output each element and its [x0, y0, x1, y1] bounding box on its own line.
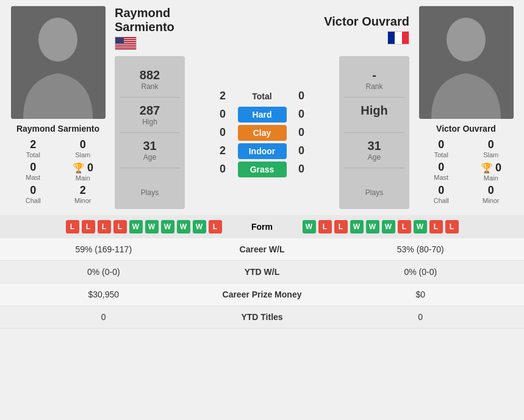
right-slam-cell: 0 Slam: [468, 138, 514, 158]
total-badge: Total: [238, 88, 287, 104]
right-form-badge-1: L: [318, 220, 332, 233]
right-player-avatar: [419, 6, 514, 119]
right-center-name: Victor Ouvrard: [324, 15, 409, 29]
left-chall-value: 0: [11, 184, 56, 197]
left-form-badges: LLLLWWWWWL: [7, 220, 222, 233]
left-rank-lbl: Rank: [120, 82, 180, 91]
right-mast-label: Mast: [419, 174, 464, 181]
ytd-wl-right: 0% (0-0): [329, 267, 512, 277]
right-plays-entry: Plays: [344, 168, 404, 203]
top-area: Raymond Sarmiento 2 Total 0 Slam 0 Mast …: [0, 0, 524, 215]
left-chall-cell: 0 Chall: [11, 184, 56, 204]
right-mast-cell: 0 Mast: [419, 161, 464, 182]
left-main-value: 0: [87, 162, 93, 174]
right-rank-lbl: Rank: [344, 82, 404, 91]
right-total-value: 0: [419, 138, 464, 151]
indoor-right-score: 0: [294, 144, 309, 157]
left-slam-value: 0: [60, 138, 106, 151]
hard-badge: Hard: [238, 107, 287, 123]
left-form-badge-1: L: [82, 220, 95, 233]
form-section: LLLLWWWWWL Form WLLWWWLWLL: [0, 215, 524, 238]
prize-left: $30,950: [12, 290, 195, 299]
left-age-lbl: Age: [120, 153, 180, 162]
right-slam-label: Slam: [468, 151, 514, 158]
ytd-wl-row: 0% (0-0) YTD W/L 0% (0-0): [0, 261, 524, 283]
ytd-wl-left: 0% (0-0): [12, 267, 195, 277]
left-high-val: 287: [120, 104, 180, 118]
left-plays-entry: Plays: [120, 168, 180, 203]
right-slam-value: 0: [468, 138, 514, 151]
left-minor-label: Minor: [60, 197, 106, 204]
left-form-badge-5: W: [145, 220, 159, 233]
surfaces-col: 2 Total 0 0 Hard 0 0 Clay 0: [188, 56, 336, 209]
left-player-avatar: [11, 6, 106, 119]
ytd-titles-left: 0: [12, 312, 195, 322]
right-total-label: Total: [419, 151, 464, 158]
left-high-entry: 287 High: [120, 98, 180, 133]
right-trophy-icon: 🏆: [481, 162, 493, 174]
prize-label: Career Prize Money: [195, 290, 329, 299]
left-form-badge-0: L: [66, 220, 79, 233]
ytd-titles-right: 0: [329, 312, 512, 322]
ytd-titles-label: YTD Titles: [195, 312, 329, 322]
left-form-badge-2: L: [98, 220, 111, 233]
indoor-badge: Indoor: [238, 143, 287, 159]
left-form-badge-7: W: [177, 220, 190, 233]
right-form-badge-0: W: [303, 220, 316, 233]
prize-right: $0: [329, 290, 512, 299]
left-total-cell: 2 Total: [11, 138, 56, 158]
right-age-val: 31: [344, 139, 404, 153]
left-stat-col: 882 Rank 287 High 31 Age Plays: [115, 56, 185, 209]
right-form-badge-7: W: [414, 220, 427, 233]
right-player-stats: 0 Total 0 Slam 0 Mast 🏆 0 Main 0: [419, 138, 514, 204]
right-chall-cell: 0 Chall: [419, 184, 464, 204]
right-form-badges: WLLWWWLWLL: [303, 220, 517, 233]
left-slam-label: Slam: [60, 151, 106, 158]
left-main-label: Main: [60, 174, 106, 182]
right-form-badge-5: W: [382, 220, 395, 233]
left-rank-entry: 882 Rank: [120, 62, 180, 98]
right-minor-cell: 0 Minor: [468, 184, 514, 204]
france-flag-icon: [387, 31, 409, 44]
career-wl-right: 53% (80-70): [329, 244, 512, 254]
career-wl-label: Career W/L: [195, 244, 329, 254]
hard-row: 0 Hard 0: [188, 107, 336, 123]
name-flag-left: Raymond Sarmiento: [115, 6, 174, 52]
indoor-left-score: 2: [215, 144, 231, 157]
right-main-value: 0: [495, 162, 501, 174]
career-wl-left: 59% (169-117): [12, 244, 195, 254]
ytd-wl-label: YTD W/L: [195, 267, 329, 277]
grass-right-score: 0: [294, 163, 309, 176]
left-plays-val: [120, 174, 180, 188]
usa-flag-icon: [115, 37, 137, 50]
right-minor-value: 0: [468, 184, 514, 197]
right-form-badge-3: W: [350, 220, 364, 233]
right-form-badge-6: L: [398, 220, 411, 233]
svg-point-1: [38, 18, 77, 62]
right-rank-val: -: [344, 68, 404, 82]
left-total-value: 2: [11, 138, 56, 151]
left-rank-val: 882: [120, 68, 180, 82]
left-plays-lbl: Plays: [120, 188, 180, 197]
left-center-name: Raymond Sarmiento: [115, 6, 174, 34]
right-age-entry: 31 Age: [344, 133, 404, 168]
total-row: 2 Total 0: [188, 88, 336, 104]
grass-row: 0 Grass 0: [188, 162, 336, 177]
left-form-badge-3: L: [113, 220, 127, 233]
ytd-titles-row: 0 YTD Titles 0: [0, 306, 524, 329]
right-age-lbl: Age: [344, 153, 404, 162]
left-flag: [115, 37, 137, 52]
right-high-lbl: [344, 118, 404, 126]
right-plays-val: [344, 174, 404, 188]
left-age-val: 31: [120, 139, 180, 153]
right-minor-label: Minor: [468, 197, 514, 204]
right-form-badge-9: L: [445, 220, 459, 233]
right-chall-value: 0: [419, 184, 464, 197]
right-form-badge-8: L: [429, 220, 443, 233]
right-high-entry: High: [344, 98, 404, 133]
grass-left-score: 0: [215, 163, 231, 176]
left-mast-value: 0: [11, 161, 56, 174]
total-right-score: 0: [294, 90, 309, 102]
center-body: 882 Rank 287 High 31 Age Plays: [115, 56, 409, 209]
left-form-badge-4: W: [129, 220, 143, 233]
